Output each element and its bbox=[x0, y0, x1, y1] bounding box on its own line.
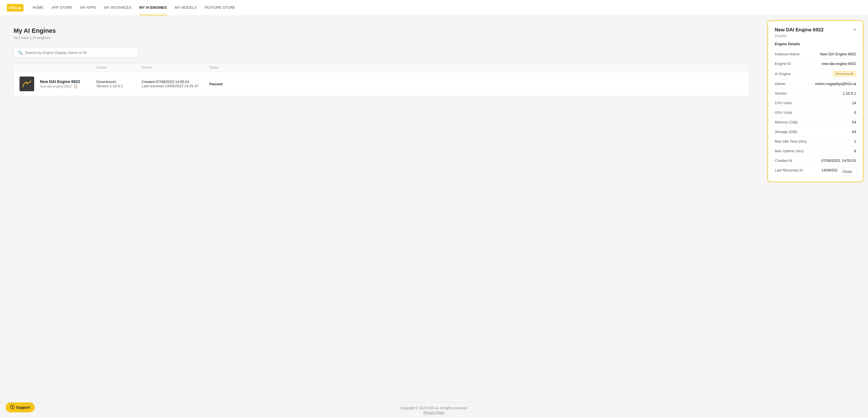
footer-copyright: Copyright © 2023 H2O.ai. All rights rese… bbox=[400, 406, 468, 410]
search-bar: 🔍 bbox=[13, 48, 138, 57]
nav-link-my-instances[interactable]: MY INSTANCES bbox=[104, 0, 131, 15]
logo[interactable]: H2O.ai bbox=[7, 4, 24, 11]
table-row[interactable]: New DAI Engine 6922 new-dai-engine-6922 … bbox=[14, 72, 749, 96]
nav-link-feature-store[interactable]: FEATURE STORE bbox=[205, 0, 235, 15]
detail-key: Storage (GiB) bbox=[775, 130, 797, 134]
nav-link-my-ai-engines[interactable]: MY AI ENGINES bbox=[139, 0, 167, 15]
nav-link-my-apps[interactable]: MY APPS bbox=[80, 0, 96, 15]
copy-icon[interactable]: 📋 bbox=[73, 85, 78, 88]
navbar: H2O.ai HOMEAPP STOREMY APPSMY INSTANCESM… bbox=[0, 0, 868, 16]
detail-key: Created At bbox=[775, 158, 792, 163]
side-panel-section-heading: Engine Details bbox=[775, 42, 856, 46]
col-engine: Engine bbox=[96, 66, 136, 69]
engine-details-col: Created 07/09/2023 14:55:01 Last resumed… bbox=[142, 79, 204, 88]
detail-row: CPU Units 14 bbox=[775, 98, 856, 108]
detail-key: Memory (GiB) bbox=[775, 120, 798, 124]
detail-value: 54 bbox=[852, 120, 856, 124]
footer: Copyright © 2023 H2O.ai. All rights rese… bbox=[0, 402, 868, 418]
detail-value: 1 bbox=[854, 139, 856, 143]
detail-key: Engine ID bbox=[775, 62, 791, 66]
detail-key: Version bbox=[775, 91, 787, 95]
detail-row: Created At 07/09/2023, 14:55:01 bbox=[775, 156, 856, 165]
page-title: My AI Engines bbox=[13, 27, 749, 34]
search-input[interactable] bbox=[25, 51, 134, 55]
detail-key: CPU Units bbox=[775, 101, 792, 105]
engine-name: New DAI Engine 6922 bbox=[40, 79, 91, 84]
detail-key: Owner bbox=[775, 82, 785, 86]
col-details: Details bbox=[142, 66, 204, 69]
detail-value: oshini.nugapitiya@h2o.ai bbox=[815, 82, 856, 86]
detail-row: Storage (GiB) 64 bbox=[775, 127, 856, 137]
support-label: Support bbox=[16, 405, 30, 410]
engine-status-col: Paused bbox=[209, 82, 238, 86]
nav-links: HOMEAPP STOREMY APPSMY INSTANCESMY AI EN… bbox=[32, 0, 235, 15]
detail-value: 64 bbox=[852, 130, 856, 134]
nav-link-app-store[interactable]: APP STORE bbox=[52, 0, 72, 15]
engine-last-resumed: Last resumed 14/09/2023 14:25:47 bbox=[142, 84, 204, 88]
detail-value: 07/09/2023, 14:55:01 bbox=[822, 158, 856, 163]
nav-link-my-models[interactable]: MY MODELS bbox=[175, 0, 197, 15]
detail-row: GPU Units 0 bbox=[775, 108, 856, 118]
detail-value: 8 bbox=[854, 149, 856, 153]
support-icon: ⓘ bbox=[10, 405, 14, 410]
detail-row: Max Uptime (Hrs) 8 bbox=[775, 146, 856, 156]
detail-key: GPU Units bbox=[775, 110, 792, 115]
engine-id-text: new-dai-engine-6922 bbox=[40, 85, 72, 88]
detail-value: 1.10.5.1 bbox=[843, 91, 856, 95]
side-panel: New DAI Engine 6922 × Paused Engine Deta… bbox=[767, 20, 864, 182]
detail-row: AI Engine DriverlessAI bbox=[775, 69, 856, 79]
engine-list: Engine Details Status New DAI Engine 692… bbox=[13, 63, 749, 96]
svg-point-0 bbox=[26, 83, 28, 85]
detail-value: new-dai-engine-6922 bbox=[822, 62, 856, 66]
close-panel-button[interactable]: Close bbox=[837, 167, 857, 176]
footer-privacy-policy[interactable]: Privacy Policy bbox=[424, 411, 445, 415]
detail-key: Last Resumed At bbox=[775, 168, 803, 172]
detail-key: AI Engine bbox=[775, 72, 790, 76]
engine-type-col: DriverlessAI Version 1.10.5.1 bbox=[96, 79, 136, 88]
ai-engine-badge: DriverlessAI bbox=[833, 71, 856, 76]
engine-rows: New DAI Engine 6922 new-dai-engine-6922 … bbox=[14, 72, 749, 96]
detail-key: Max Idle Time (Hrs) bbox=[775, 139, 807, 143]
detail-row: Instance Name New DAI Engine 6922 bbox=[775, 50, 856, 59]
engine-name-col: New DAI Engine 6922 new-dai-engine-6922 … bbox=[40, 79, 91, 88]
detail-row: Max Idle Time (Hrs) 1 bbox=[775, 137, 856, 146]
engine-type-value: DriverlessAI bbox=[96, 79, 136, 84]
detail-row: Owner oshini.nugapitiya@h2o.ai bbox=[775, 79, 856, 89]
side-panel-header: New DAI Engine 6922 × bbox=[775, 27, 856, 33]
page-subtitle: You have 1 AI engines bbox=[13, 36, 749, 40]
engine-thumbnail bbox=[20, 76, 34, 91]
detail-key: Max Uptime (Hrs) bbox=[775, 149, 804, 153]
close-panel-x-button[interactable]: × bbox=[853, 27, 856, 32]
support-button[interactable]: ⓘ Support bbox=[6, 403, 35, 412]
detail-row: Engine ID new-dai-engine-6922 bbox=[775, 59, 856, 69]
side-panel-status: Paused bbox=[775, 34, 856, 38]
engine-created: Created 07/09/2023 14:55:01 bbox=[142, 79, 204, 84]
detail-value: 14 bbox=[852, 101, 856, 105]
side-panel-title: New DAI Engine 6922 bbox=[775, 27, 824, 33]
detail-row: Version 1.10.5.1 bbox=[775, 89, 856, 98]
detail-value: 0 bbox=[854, 110, 856, 115]
content-area: My AI Engines You have 1 AI engines 🔍 En… bbox=[0, 16, 763, 402]
nav-link-home[interactable]: HOME bbox=[32, 0, 43, 15]
main-layout: My AI Engines You have 1 AI engines 🔍 En… bbox=[0, 16, 868, 402]
engine-version: Version 1.10.5.1 bbox=[96, 84, 136, 88]
col-status: Status bbox=[209, 66, 238, 69]
engine-id-row: new-dai-engine-6922 📋 bbox=[40, 85, 91, 88]
search-icon: 🔍 bbox=[18, 50, 23, 55]
detail-key: Instance Name bbox=[775, 52, 799, 56]
status-badge: Paused bbox=[209, 82, 238, 86]
detail-row: Memory (GiB) 54 bbox=[775, 118, 856, 127]
detail-rows: Instance Name New DAI Engine 6922 Engine… bbox=[775, 50, 856, 175]
detail-value: New DAI Engine 6922 bbox=[820, 52, 856, 56]
